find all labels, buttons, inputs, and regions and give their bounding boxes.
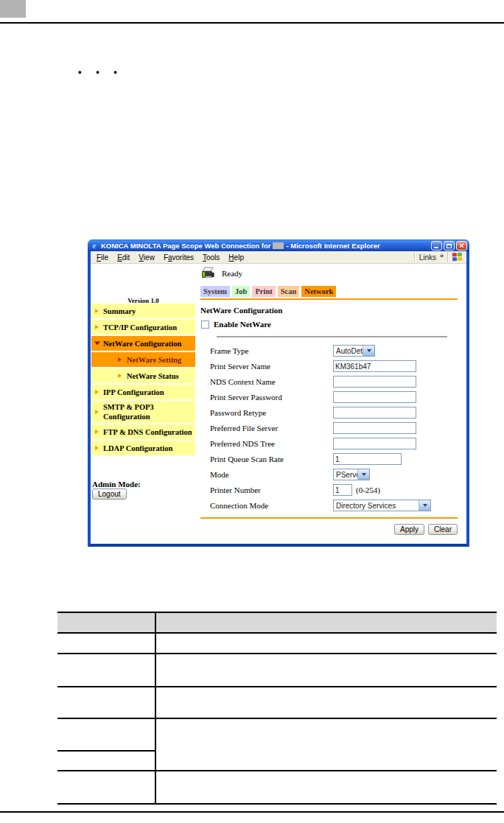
menu-tools[interactable]: Tools: [198, 253, 224, 262]
page-content: Version 1.0 SummaryTCP/IP ConfigurationN…: [91, 264, 466, 544]
arrow-right-icon: [95, 430, 99, 434]
window-body: FileEditViewFavoritesToolsHelp Links » V…: [88, 251, 469, 547]
field-label: Print Server Name: [210, 362, 270, 371]
sidebar-item-label: NetWare Setting: [127, 355, 181, 365]
tab-job[interactable]: Job: [232, 286, 250, 297]
table-cell: [155, 633, 497, 654]
sidebar-item-ftp-dns-configuration[interactable]: FTP & DNS Configuration: [91, 424, 195, 439]
menu-help[interactable]: Help: [224, 253, 248, 262]
preferred-file-server-input[interactable]: [333, 422, 416, 434]
connection-mode-select[interactable]: Directory Services: [333, 500, 431, 511]
header-rule: [0, 22, 504, 24]
printer-number-input[interactable]: [333, 484, 352, 496]
sidebar-item-netware-configuration[interactable]: NetWare Configuration: [91, 336, 195, 351]
arrow-right-icon: [118, 374, 122, 378]
sidebar-item-ldap-configuration[interactable]: LDAP Configuration: [91, 441, 195, 455]
dropdown-arrow-icon[interactable]: [357, 469, 369, 480]
sidebar-item-label: NetWare Status: [127, 371, 179, 381]
field-suffix: (0-254): [356, 486, 380, 494]
enable-netware-checkbox[interactable]: [201, 321, 209, 329]
arrow-right-icon: [95, 325, 99, 329]
clear-button[interactable]: Clear: [428, 524, 458, 535]
minimize-button[interactable]: [431, 241, 442, 251]
field-row-mode: ModePServer: [200, 469, 458, 480]
maximize-button[interactable]: [444, 241, 455, 251]
apply-button[interactable]: Apply: [394, 524, 424, 535]
nds-context-name-input[interactable]: [333, 376, 416, 388]
field-row-print-queue-scan-rate: Print Queue Scan Rate: [200, 453, 458, 465]
links-toolbar[interactable]: Links: [419, 253, 436, 262]
orange-rule-top: [200, 298, 458, 300]
main-pane: Ready SystemJobPrintScanNetwork NetWare …: [200, 264, 460, 544]
orange-rule-bottom: [200, 517, 458, 519]
menu-file[interactable]: File: [92, 253, 113, 262]
select-value: PServer: [334, 469, 357, 480]
tab-system[interactable]: System: [200, 286, 230, 297]
table-cell: [57, 751, 155, 771]
menu-edit[interactable]: Edit: [113, 253, 134, 262]
sidebar-item-netware-status[interactable]: NetWare Status: [91, 368, 195, 383]
footer-rule: [0, 811, 504, 813]
sidebar-item-label: LDAP Configuration: [103, 444, 172, 453]
table-row: [57, 687, 497, 718]
toolbar-separator: [447, 253, 449, 262]
sidebar-item-tcp-ip-configuration[interactable]: TCP/IP Configuration: [91, 320, 195, 335]
field-row-print-server-name: Print Server Name: [200, 360, 458, 372]
logout-button[interactable]: Logout: [92, 488, 127, 500]
field-label: Mode: [210, 470, 229, 479]
field-label: Print Queue Scan Rate: [210, 455, 284, 463]
field-label: Connection Mode: [210, 501, 268, 510]
toolbar-overflow-chevron-icon[interactable]: »: [440, 252, 444, 259]
enable-netware-label: Enable NetWare: [214, 320, 271, 329]
print-queue-scan-rate-input[interactable]: [333, 453, 402, 465]
select-value: Directory Services: [334, 500, 419, 511]
password-retype-input[interactable]: [333, 407, 416, 418]
menu-view[interactable]: View: [134, 253, 159, 262]
dropdown-arrow-icon[interactable]: [419, 500, 430, 511]
ie-logo-icon: e: [90, 241, 99, 250]
print-server-name-input[interactable]: [333, 360, 416, 372]
field-row-preferred-file-server: Preferred File Server: [200, 422, 458, 434]
print-server-password-input[interactable]: [333, 391, 416, 403]
reference-table: [57, 612, 497, 805]
sidebar-item-netware-setting[interactable]: NetWare Setting: [91, 352, 195, 367]
manual-page: • • • e KONICA MINOLTA Page Scope Web Co…: [0, 0, 504, 823]
toolbar-separator: [414, 253, 416, 262]
field-row-frame-type: Frame TypeAutoDetect: [200, 345, 458, 357]
menu-favorites[interactable]: Favorites: [159, 253, 198, 262]
frame-type-select[interactable]: AutoDetect: [333, 345, 375, 357]
sidebar-item-label: FTP & DNS Configuration: [103, 427, 192, 437]
dropdown-arrow-icon[interactable]: [363, 346, 374, 356]
tab-bar: SystemJobPrintScanNetwork: [200, 286, 336, 297]
field-label: Password Retype: [210, 408, 266, 417]
tab-print[interactable]: Print: [252, 286, 275, 297]
field-label: Frame Type: [210, 346, 249, 355]
arrow-down-icon: [94, 342, 100, 346]
table-cell: [57, 771, 155, 804]
form-actions: Apply Clear: [394, 524, 458, 535]
table-cell: [57, 633, 155, 654]
sidebar-item-label: NetWare Configuration: [103, 339, 181, 349]
sidebar-item-label: SMTP & POP3 Configuration: [103, 402, 194, 421]
tab-network[interactable]: Network: [301, 286, 336, 297]
preferred-nds-tree-input[interactable]: [333, 438, 416, 449]
close-button[interactable]: [456, 241, 467, 251]
field-label: Preferred File Server: [210, 424, 278, 432]
title-bar[interactable]: e KONICA MINOLTA Page Scope Web Connecti…: [88, 239, 469, 251]
device-status: Ready: [222, 269, 242, 278]
window-title-prefix: KONICA MINOLTA Page Scope Web Connection…: [101, 242, 270, 250]
sidebar-item-smtp-pop3-configuration[interactable]: SMTP & POP3 Configuration: [91, 401, 195, 423]
arrow-right-icon: [118, 357, 122, 362]
field-label: Preferred NDS Tree: [210, 439, 275, 448]
enable-netware-row: Enable NetWare: [201, 320, 271, 329]
sidebar-item-summary[interactable]: Summary: [91, 304, 195, 318]
mode-select[interactable]: PServer: [333, 469, 370, 480]
table-cell: [155, 654, 497, 687]
tab-scan[interactable]: Scan: [278, 286, 300, 297]
field-row-connection-mode: Connection ModeDirectory Services: [200, 500, 458, 511]
table-cell: [57, 654, 155, 687]
sidebar-nav: SummaryTCP/IP ConfigurationNetWare Confi…: [91, 304, 195, 455]
sidebar-item-ipp-configuration[interactable]: IPP Configuration: [91, 385, 195, 399]
redacted-device-name: [273, 242, 284, 249]
admin-mode-label: Admin Mode:: [92, 480, 141, 488]
